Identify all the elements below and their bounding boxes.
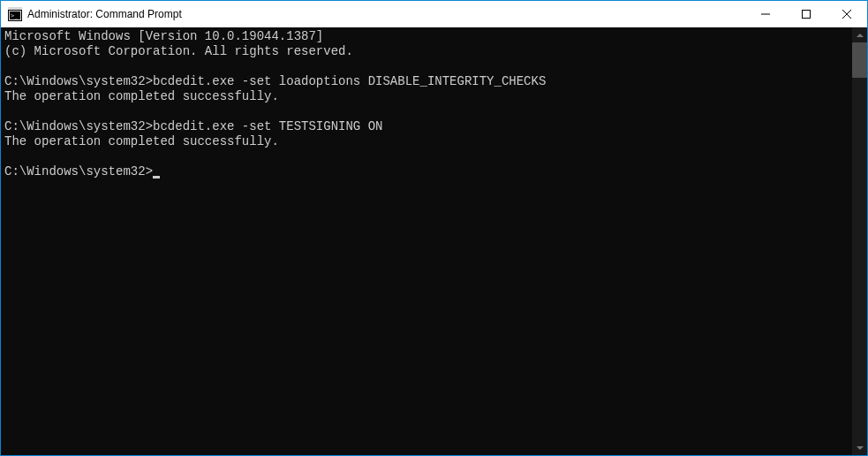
maximize-icon <box>802 10 811 19</box>
minimize-icon <box>761 10 770 19</box>
svg-rect-4 <box>803 11 811 19</box>
close-icon <box>842 10 851 19</box>
vertical-scrollbar[interactable] <box>852 27 867 455</box>
terminal[interactable]: Microsoft Windows [Version 10.0.19044.13… <box>1 27 852 455</box>
window: >_ Administrator: Command Prompt Microso… <box>0 0 868 456</box>
chevron-down-icon <box>857 446 864 450</box>
svg-text:>_: >_ <box>11 12 19 19</box>
client-area: Microsoft Windows [Version 10.0.19044.13… <box>1 27 867 455</box>
maximize-button[interactable] <box>786 1 826 27</box>
terminal-line: The operation completed successfully. <box>4 134 852 149</box>
window-controls <box>745 1 867 27</box>
cmd-icon: >_ <box>8 7 22 21</box>
terminal-cursor <box>153 176 160 179</box>
terminal-line: The operation completed successfully. <box>4 89 852 104</box>
terminal-line: (c) Microsoft Corporation. All rights re… <box>4 44 852 59</box>
scroll-up-button[interactable] <box>852 27 867 42</box>
minimize-button[interactable] <box>745 1 786 27</box>
scroll-thumb[interactable] <box>852 42 867 78</box>
titlebar[interactable]: >_ Administrator: Command Prompt <box>1 1 867 27</box>
window-title: Administrator: Command Prompt <box>27 8 182 20</box>
chevron-up-icon <box>857 34 864 37</box>
terminal-line <box>4 149 852 164</box>
terminal-line: C:\Windows\system32>bcdedit.exe -set TES… <box>4 119 852 134</box>
terminal-prompt: C:\Windows\system32> <box>4 164 153 179</box>
terminal-line: C:\Windows\system32>bcdedit.exe -set loa… <box>4 74 852 89</box>
terminal-line <box>4 104 852 119</box>
svg-rect-1 <box>8 7 22 10</box>
terminal-prompt-line[interactable]: C:\Windows\system32> <box>4 164 852 179</box>
scroll-down-button[interactable] <box>852 440 867 455</box>
close-button[interactable] <box>826 1 867 27</box>
terminal-line: Microsoft Windows [Version 10.0.19044.13… <box>4 29 852 44</box>
scroll-track[interactable] <box>852 42 867 440</box>
terminal-line <box>4 59 852 74</box>
